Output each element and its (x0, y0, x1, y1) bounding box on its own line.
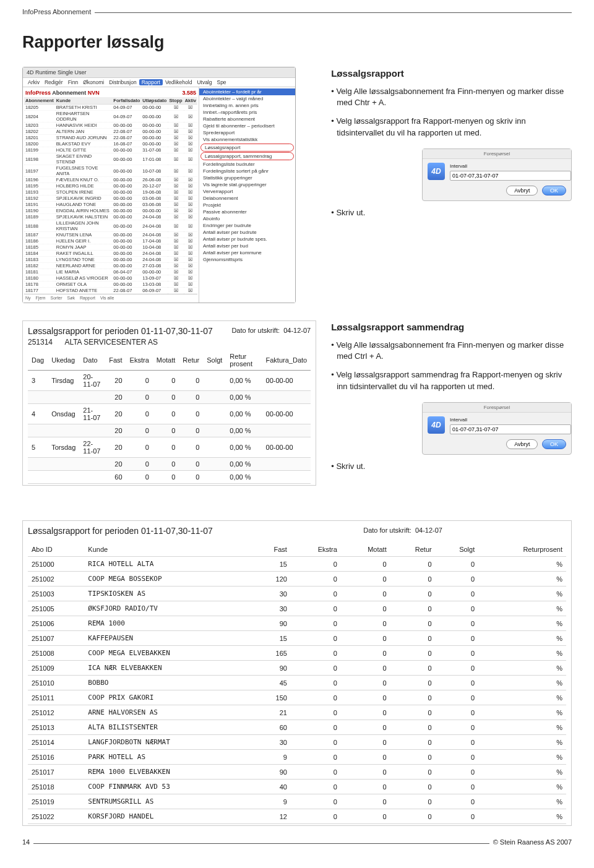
menu-item[interactable]: Vis abonnementstatistikk (199, 136, 295, 143)
table-row[interactable]: 18189SPJELKAVIK HALSTEIN00-00-0024-04-08… (24, 214, 197, 220)
interval-input[interactable] (450, 171, 571, 181)
toolbar-sorter[interactable]: Sorter (51, 296, 62, 300)
table-row[interactable]: 18183LYNGSTAD TONE00-00-0024-04-08☒☒ (24, 257, 197, 263)
menu-item[interactable]: Fordelingsliste sortert på gånr (199, 168, 295, 174)
menu-item[interactable]: Antall aviser pr budrute spes. (199, 236, 295, 243)
table-row: 200000,00 % (28, 424, 311, 437)
menu-item[interactable]: Endringer per budrute (199, 222, 295, 229)
table-row: 251017REMA 1000 ELVEBAKKEN900000% (28, 765, 566, 780)
cancel-button[interactable]: Avbryt (506, 186, 538, 196)
table-row[interactable]: 18191HAUGLAND TONE00-00-0003-06-08☒☒ (24, 202, 197, 208)
bullet: Velg Alle løssalgsabonnement fra Finn-me… (331, 340, 572, 362)
interval-label: Intervall (450, 163, 566, 170)
table-row[interactable]: 18178ORMSET OLA00-00-0013-03-08☒☒ (24, 281, 197, 288)
menu-finn[interactable]: Finn (66, 79, 81, 85)
table-row[interactable]: 18193STOLPEN IRENE00-00-0019-06-08☒☒ (24, 189, 197, 196)
table-row: 251002COOP MEGA BOSSEKOP1200000% (28, 572, 566, 587)
cancel-button[interactable]: Avbryt (506, 439, 538, 449)
table-row: 200000,00 % (28, 458, 311, 471)
toolbar-fjern[interactable]: Fjern (36, 296, 46, 300)
table-row[interactable]: 18177HOFSTAD ANETTE22-08-0706-09-07☒☒ (24, 288, 197, 294)
menu-item[interactable]: Aboinntekter – fordelt pr år (199, 88, 295, 95)
menu-item[interactable]: Antall aviser per budrute (199, 229, 295, 236)
menu-item[interactable]: Innbet.–rapportårets pris (199, 109, 295, 116)
menu-item[interactable]: Statistikk grupperinger (199, 174, 295, 181)
table-row: 5Torsdag22-11-07200000,00 %00-00-00 (28, 437, 311, 458)
table-row[interactable]: 18185ROMYN JAAP00-00-0010-04-08☒☒ (24, 244, 197, 251)
app-menubar[interactable]: ArkivRedigérFinnØkonomiDistribusjonRappo… (23, 78, 295, 87)
table-row[interactable]: 18192SPJELKAVIK INGRID00-00-0003-06-08☒☒ (24, 196, 197, 202)
menu-item[interactable]: Innbetaling m. annen pris (199, 102, 295, 109)
menu-item[interactable]: Vis lagrede stat.grupperinger (199, 181, 295, 188)
bullet: Skriv ut. (331, 207, 572, 218)
menu-item[interactable]: Delabonnement (199, 195, 295, 202)
app-toolbar[interactable]: NyFjernSorterSøkRapportVis alle (24, 294, 197, 301)
menu-rapport[interactable]: Rapport (139, 79, 163, 85)
table-row: 251012ARNE HALVORSEN AS210000% (28, 705, 566, 720)
table-row[interactable]: 18181LIE MARIA06-04-0700-00-00☒☒ (24, 269, 197, 275)
menu-item[interactable]: Passive abonnenter (199, 208, 295, 215)
menu-item[interactable]: Fordelingsliste budruter (199, 161, 295, 168)
menu-arkiv[interactable]: Arkiv (25, 79, 42, 85)
table-row: 251003TIPSKIOSKEN AS300000% (28, 587, 566, 601)
table-row[interactable]: 18184RAKET INGALILL00-00-0024-04-08☒☒ (24, 251, 197, 257)
rapport-menu[interactable]: Aboinntekter – fordelt pr årAboinntekter… (199, 87, 295, 303)
section-heading: Løssalgsrapport (331, 67, 572, 80)
menu-item[interactable]: Antall aviser per kommune (199, 249, 295, 256)
dialog-title: Forespørsel (423, 149, 571, 159)
toolbar-søk[interactable]: Søk (67, 296, 75, 300)
menu-item[interactable]: Gjeld til abonnenter – periodisert (199, 122, 295, 129)
table-row: 251000RICA HOTELL ALTA150000% (28, 557, 566, 572)
table-row[interactable]: 18198SKAGET EIVIND STENSØ00-00-0017-01-0… (24, 153, 197, 165)
table-row[interactable]: 18188LILLEHAGEN JOHN KRISTIAN00-00-0024-… (24, 220, 197, 232)
table-row: 3Tirsdag20-11-07200000,00 %00-00-00 (28, 371, 311, 391)
table-row: 4Onsdag21-11-07200000,00 %00-00-00 (28, 404, 311, 424)
ok-button[interactable]: OK (542, 439, 566, 449)
table-row[interactable]: 18199HOLTE GITTE00-00-0031-07-08☒☒ (24, 147, 197, 153)
table-row: 251009ICA NÆR ELVEBAKKEN900000% (28, 661, 566, 676)
table-row[interactable]: 18205BRATSETH KRISTI04-09-0700-00-00☒☒ (24, 105, 197, 111)
menu-item[interactable]: Sprederapport (199, 129, 295, 136)
menu-økonomi[interactable]: Økonomi (80, 79, 106, 85)
interval-dialog: Forespørsel 4D Intervall Avbryt OK (422, 402, 572, 455)
table-row[interactable]: 18190ENGDAL AIRIN HOLMES00-00-0000-00-00… (24, 208, 197, 214)
ok-button[interactable]: OK (542, 186, 566, 196)
menu-item[interactable]: Prosjekt (199, 202, 295, 208)
abonnement-table[interactable]: AbonnementKundeForfallsdatoUtløpsdatoSto… (24, 97, 197, 294)
menu-distribusjon[interactable]: Distribusjon (106, 79, 139, 85)
toolbar-ny[interactable]: Ny (25, 296, 31, 300)
table-row: 251010BOBBO450000% (28, 676, 566, 690)
menu-item[interactable]: Antall aviser per bud (199, 243, 295, 249)
menu-spe[interactable]: Spe (214, 79, 228, 85)
menu-item[interactable]: Rabatterte abonnement (199, 116, 295, 122)
table-row[interactable]: 18196FÆVELEN KNUT O.00-00-0026-06-08☒☒ (24, 177, 197, 183)
table-row[interactable]: 18182NEERLAND ARNE00-00-0027-03-08☒☒ (24, 263, 197, 269)
table-row[interactable]: 18180HASSELØ AS V/ROGER00-00-0013-09-07☒… (24, 275, 197, 281)
menu-item[interactable]: Gjennomsnittspris (199, 256, 295, 263)
menu-item[interactable]: Aboinntekter – valgt måned (199, 95, 295, 102)
menu-item[interactable]: Ververrapport (199, 188, 295, 195)
interval-dialog: Forespørsel 4D Intervall Avbryt OK (422, 148, 572, 201)
menu-item[interactable]: Aboinfo (199, 215, 295, 222)
table-row[interactable]: 18195HOLBERG HILDE00-00-0020-12-07☒☒ (24, 183, 197, 189)
page-title: Rapporter løssalg (22, 33, 572, 52)
menu-item[interactable]: Løssalgsrapport (200, 144, 294, 152)
interval-input[interactable] (450, 424, 571, 434)
menu-utvalg[interactable]: Utvalg (194, 79, 214, 85)
menu-item[interactable]: Løssalgsrapport, sammendrag (200, 152, 294, 160)
table-row[interactable]: 18204REINHARTSEN ODDRUN04-09-0700-00-00☒… (24, 111, 197, 122)
table-row[interactable]: 18187KNUTSEN LENA00-00-0024-04-08☒☒ (24, 232, 197, 238)
app-icon: 4D (428, 163, 445, 180)
table-row[interactable]: 18197FUGELSNES TOVE ANITA00-00-0010-07-0… (24, 165, 197, 177)
table-row: 600000,00 % (28, 471, 311, 484)
table-row: 251008COOP MEGA ELVEBAKKEN1650000% (28, 646, 566, 661)
table-row[interactable]: 18200BLAKSTAD EVY16-08-0700-00-00☒☒ (24, 141, 197, 147)
table-row[interactable]: 18203HANNASVIK HEIDI00-00-0000-00-00☒☒ (24, 122, 197, 129)
menu-vedlikehold[interactable]: Vedlikehold (163, 79, 194, 85)
menu-redigér[interactable]: Redigér (42, 79, 66, 85)
table-row[interactable]: 18186HJELEN GEIR I.00-00-0017-04-08☒☒ (24, 238, 197, 244)
toolbar-rapport[interactable]: Rapport (80, 296, 95, 300)
table-row[interactable]: 18202ALTERN JAN22-08-0700-00-00☒☒ (24, 129, 197, 135)
toolbar-vis alle[interactable]: Vis alle (100, 296, 114, 300)
table-row[interactable]: 18201STRAND AUD JORUNN22-08-0700-00-00☒☒ (24, 135, 197, 141)
